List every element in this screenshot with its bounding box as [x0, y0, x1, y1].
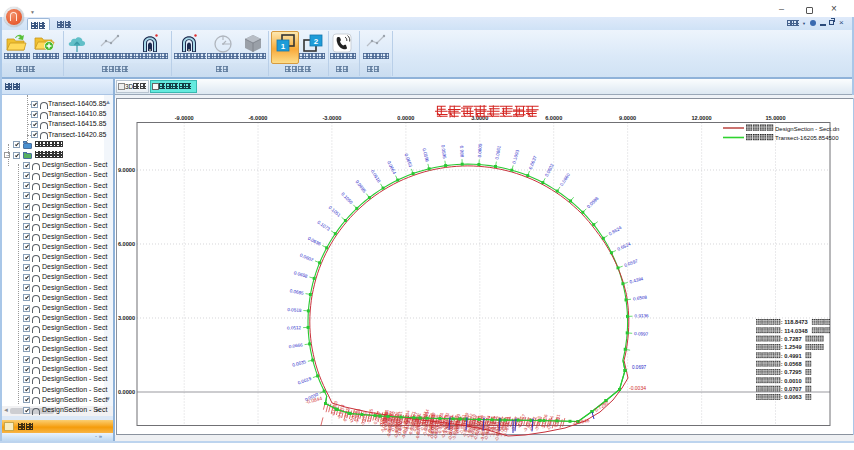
svg-text:0.0658: 0.0658 — [293, 270, 308, 279]
svg-text:0.0035: 0.0035 — [292, 359, 307, 367]
svg-text:0.0637: 0.0637 — [528, 155, 538, 170]
svg-text:: 0.0063: : 0.0063 — [781, 394, 802, 400]
svg-text:0.0663: 0.0663 — [404, 153, 414, 168]
svg-text:Transect-16205.854500: Transect-16205.854500 — [775, 135, 839, 141]
svg-text:0.0596: 0.0596 — [422, 148, 430, 163]
svg-text:-6.0000: -6.0000 — [249, 115, 268, 121]
svg-text:: 114.0348: : 114.0348 — [781, 328, 808, 334]
svg-text:1: 1 — [281, 42, 286, 51]
svg-text:0.0602: 0.0602 — [299, 253, 314, 263]
svg-text:: 0.4991: : 0.4991 — [781, 353, 802, 359]
svg-text:0.0518: 0.0518 — [287, 307, 302, 313]
svg-text:: 0.7295: : 0.7295 — [781, 369, 802, 375]
svg-text:0.0664: 0.0664 — [386, 160, 397, 175]
svg-text:0.0000: 0.0000 — [118, 389, 135, 395]
svg-text:0.0605: 0.0605 — [477, 143, 483, 158]
svg-text:DesignSection - Sect.dn: DesignSection - Sect.dn — [775, 126, 839, 132]
svg-text:0.0512: 0.0512 — [287, 325, 302, 331]
svg-text:0.0595: 0.0595 — [440, 144, 447, 159]
svg-text:: 1.2549: : 1.2549 — [781, 344, 802, 350]
svg-text:: 0.7287: : 0.7287 — [781, 336, 802, 342]
svg-text:0.0661: 0.0661 — [494, 145, 501, 160]
svg-text:-0.0034: -0.0034 — [629, 385, 646, 391]
svg-text:: 0.0568: : 0.0568 — [781, 361, 802, 367]
svg-text:0.0019: 0.0019 — [297, 376, 312, 386]
svg-text:0.6524: 0.6524 — [617, 241, 632, 252]
svg-text:0.0636: 0.0636 — [307, 236, 322, 247]
svg-text:0.0695: 0.0695 — [289, 288, 304, 295]
svg-text:0.9136: 0.9136 — [634, 313, 649, 319]
svg-text:-3.0000: -3.0000 — [322, 115, 341, 121]
svg-text:0.0997: 0.0997 — [634, 331, 649, 337]
svg-text:0.0597: 0.0597 — [624, 258, 639, 268]
svg-text:0.1050: 0.1050 — [340, 192, 354, 206]
svg-text:6.0000: 6.0000 — [118, 241, 135, 247]
svg-text:6.0000: 6.0000 — [545, 115, 562, 121]
svg-text:9.0000: 9.0000 — [619, 115, 636, 121]
svg-text:0.0660: 0.0660 — [559, 172, 571, 187]
svg-text:: 0.0010: : 0.0010 — [781, 378, 802, 384]
svg-text:0.1051: 0.1051 — [328, 205, 342, 218]
svg-text:3.0000: 3.0000 — [118, 315, 135, 321]
svg-text:: 118.8473: : 118.8473 — [781, 319, 808, 325]
svg-text:0.0602: 0.0602 — [544, 162, 555, 177]
svg-text:0.0697: 0.0697 — [632, 365, 646, 370]
svg-text:-0.5946: -0.5946 — [572, 417, 590, 426]
svg-text:15.0000: 15.0000 — [765, 115, 785, 121]
svg-text:-9.0000: -9.0000 — [175, 115, 194, 121]
svg-text:0.988: 0.988 — [459, 146, 464, 158]
svg-text:0.8624: 0.8624 — [608, 225, 623, 237]
svg-text:0.0618: 0.0618 — [370, 169, 382, 184]
svg-text:0.0666: 0.0666 — [288, 342, 303, 349]
svg-text:9.0000: 9.0000 — [118, 167, 135, 173]
svg-text:0.0695: 0.0695 — [354, 179, 367, 194]
svg-text:0.4384: 0.4384 — [629, 276, 644, 284]
svg-text:12.0000: 12.0000 — [691, 115, 711, 121]
svg-text:0.0598: 0.0598 — [586, 196, 600, 210]
svg-text:0.1093: 0.1093 — [511, 149, 520, 164]
svg-text:0.6508: 0.6508 — [633, 295, 648, 302]
svg-text:0.0000: 0.0000 — [397, 115, 414, 121]
svg-text:: 0.0707: : 0.0707 — [781, 386, 802, 392]
svg-text:0.1073: 0.1073 — [316, 220, 331, 232]
svg-text:2: 2 — [314, 37, 319, 46]
